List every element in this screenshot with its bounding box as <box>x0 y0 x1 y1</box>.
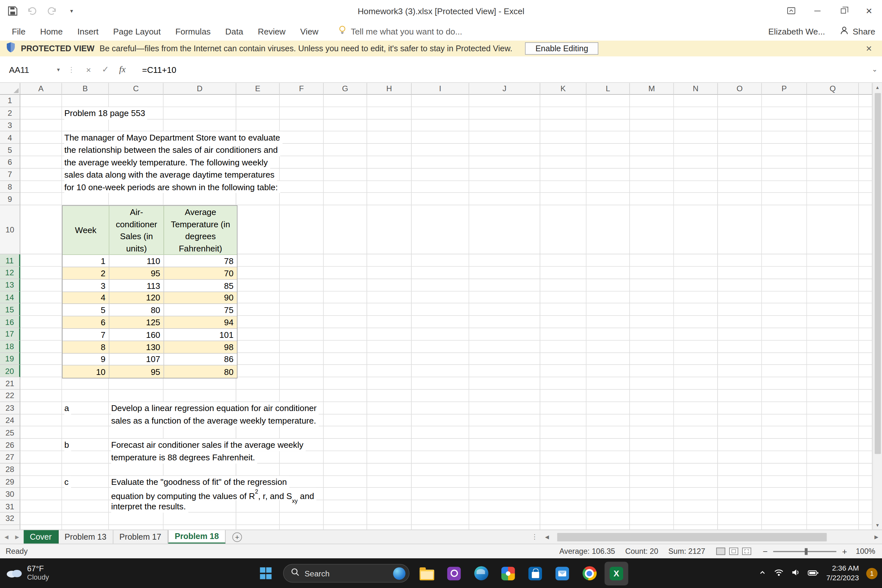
page-break-view-icon[interactable] <box>742 548 752 555</box>
cell-M28[interactable] <box>630 464 674 476</box>
horizontal-scroll-thumb[interactable] <box>557 532 826 541</box>
cell-M16[interactable] <box>630 316 674 328</box>
cell-L3[interactable] <box>586 119 630 132</box>
row-header-29[interactable]: 29 <box>0 476 20 488</box>
table-cell-C15[interactable]: 80 <box>109 304 164 316</box>
cell-O6[interactable] <box>718 156 762 169</box>
sheet-tab-problem-17[interactable]: Problem 17 <box>113 530 168 543</box>
cell-I19[interactable] <box>412 352 469 365</box>
cell-H20[interactable] <box>367 365 412 378</box>
cell-A9[interactable] <box>20 193 62 206</box>
cell-F18[interactable] <box>280 340 324 352</box>
cell-A25[interactable] <box>20 426 62 439</box>
cell-N16[interactable] <box>674 316 718 328</box>
cell-K17[interactable] <box>540 328 586 340</box>
row-header-17[interactable]: 17 <box>0 328 20 340</box>
cell-M10[interactable] <box>630 206 674 254</box>
cell-Q13[interactable] <box>807 279 859 291</box>
cell-E20[interactable] <box>236 365 280 378</box>
cell-L16[interactable] <box>586 316 630 328</box>
cell-Q32[interactable] <box>807 513 859 525</box>
cell-G1[interactable] <box>324 95 367 107</box>
cell-J9[interactable] <box>470 193 540 206</box>
cell-A5[interactable] <box>20 144 62 156</box>
cell-N12[interactable] <box>674 267 718 279</box>
zoom-slider-thumb[interactable] <box>805 548 808 555</box>
cell-I17[interactable] <box>412 328 469 340</box>
cell-K31[interactable] <box>540 500 586 513</box>
cell-F17[interactable] <box>280 328 324 340</box>
cell-Q12[interactable] <box>807 267 859 279</box>
cell-C3[interactable] <box>109 119 164 132</box>
cell-K11[interactable] <box>540 254 586 267</box>
cell-H13[interactable] <box>367 279 412 291</box>
cell-G5[interactable] <box>324 144 367 156</box>
cell-K3[interactable] <box>540 119 586 132</box>
cell-L32[interactable] <box>586 513 630 525</box>
row-header-13[interactable]: 13 <box>0 279 20 291</box>
column-header-A[interactable]: A <box>20 83 62 95</box>
row-header-14[interactable]: 14 <box>0 291 20 304</box>
cell-C9[interactable] <box>109 193 164 206</box>
cell-B28[interactable] <box>62 464 109 476</box>
cell-A30[interactable] <box>20 488 62 500</box>
column-header-K[interactable]: K <box>540 83 586 95</box>
page-layout-view-icon[interactable] <box>729 548 738 555</box>
taskbar-chrome-icon[interactable] <box>578 562 601 585</box>
cell-N32[interactable] <box>674 513 718 525</box>
normal-view-icon[interactable] <box>717 548 726 555</box>
cell-F16[interactable] <box>280 316 324 328</box>
close-button[interactable]: × <box>856 0 882 21</box>
row-header-24[interactable]: 24 <box>0 414 20 426</box>
tab-splitter-icon[interactable]: ⋮ <box>529 533 540 541</box>
cell-M21[interactable] <box>630 378 674 390</box>
name-box[interactable]: AA11 ▾ <box>3 61 63 78</box>
cell-D1[interactable] <box>164 95 236 107</box>
cell-O12[interactable] <box>718 267 762 279</box>
cell-L26[interactable] <box>586 439 630 451</box>
cell-A20[interactable] <box>20 365 62 378</box>
ribbon-tab-formulas[interactable]: Formulas <box>168 21 218 40</box>
cell-F2[interactable] <box>280 107 324 119</box>
cell-Q22[interactable] <box>807 390 859 402</box>
table-cell-C12[interactable]: 95 <box>109 267 164 279</box>
cell-N20[interactable] <box>674 365 718 378</box>
cell-K25[interactable] <box>540 426 586 439</box>
cell-G14[interactable] <box>324 291 367 304</box>
cell-J21[interactable] <box>470 378 540 390</box>
cell-N24[interactable] <box>674 414 718 426</box>
row-header-11[interactable]: 11 <box>0 254 20 267</box>
table-cell-B15[interactable]: 5 <box>63 304 109 316</box>
cell-J13[interactable] <box>470 279 540 291</box>
cell-N4[interactable] <box>674 132 718 144</box>
row-header-15[interactable]: 15 <box>0 304 20 316</box>
cell-N23[interactable] <box>674 402 718 414</box>
cell-O24[interactable] <box>718 414 762 426</box>
ribbon-tab-data[interactable]: Data <box>218 21 250 40</box>
cell-B31[interactable] <box>62 500 109 513</box>
restore-button[interactable] <box>830 0 856 21</box>
taskbar-media-app-icon[interactable] <box>442 562 466 585</box>
cell-E28[interactable] <box>236 464 280 476</box>
cell-D2[interactable] <box>164 107 236 119</box>
table-cell-D11[interactable]: 78 <box>164 255 237 267</box>
cell-M31[interactable] <box>630 500 674 513</box>
cell-K16[interactable] <box>540 316 586 328</box>
taskbar-edge-icon[interactable] <box>470 562 493 585</box>
cell-H33[interactable] <box>367 525 412 530</box>
cell-E11[interactable] <box>236 254 280 267</box>
cell-K30[interactable] <box>540 488 586 500</box>
column-header-N[interactable]: N <box>674 83 718 95</box>
cell-E33[interactable] <box>236 525 280 530</box>
cell-Q6[interactable] <box>807 156 859 169</box>
cell-O9[interactable] <box>718 193 762 206</box>
row-header-26[interactable]: 26 <box>0 439 20 451</box>
cell-O2[interactable] <box>718 107 762 119</box>
cell-J18[interactable] <box>470 340 540 352</box>
cell-H22[interactable] <box>367 390 412 402</box>
cell-O10[interactable] <box>718 206 762 254</box>
cell-G33[interactable] <box>324 525 367 530</box>
cell-O11[interactable] <box>718 254 762 267</box>
cell-G17[interactable] <box>324 328 367 340</box>
cell-F28[interactable] <box>280 464 324 476</box>
